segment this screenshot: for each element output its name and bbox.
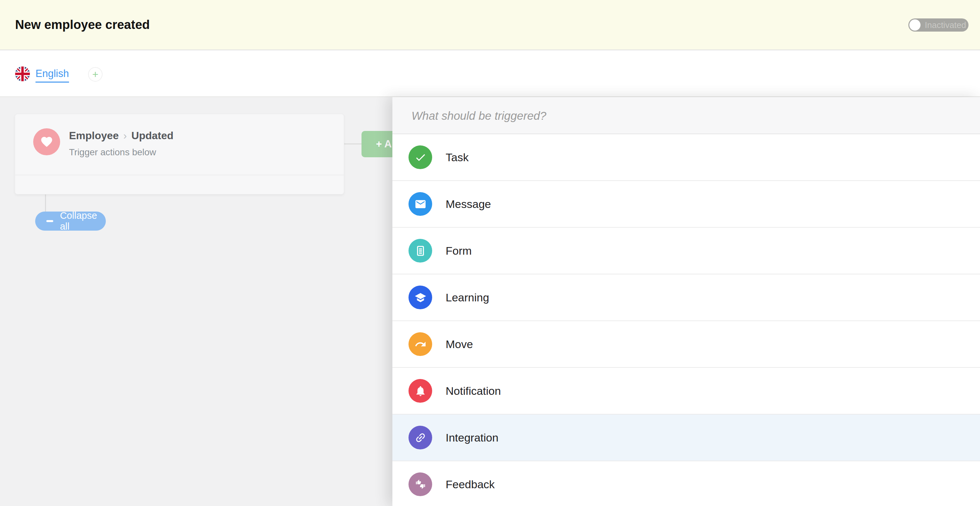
minus-icon bbox=[46, 220, 53, 222]
collapse-all-button[interactable]: Collapse all bbox=[35, 212, 106, 231]
trigger-event: Updated bbox=[132, 129, 173, 142]
document-lines-icon bbox=[409, 239, 432, 263]
trigger-subtitle: Trigger actions below bbox=[69, 147, 173, 158]
trigger-card-main: Employee›Updated Trigger actions below bbox=[15, 114, 344, 175]
trigger-option-learning[interactable]: Learning bbox=[392, 275, 980, 321]
breadcrumb: Employee›Updated bbox=[69, 129, 173, 142]
language-tab-english[interactable]: English bbox=[35, 68, 69, 83]
add-language-button[interactable]: + bbox=[88, 67, 103, 81]
toggle-knob[interactable] bbox=[909, 19, 921, 30]
trigger-option-integration[interactable]: Integration bbox=[392, 415, 980, 461]
trigger-card-footer bbox=[15, 175, 344, 194]
panel-question: What should be triggered? bbox=[392, 97, 980, 134]
trigger-option-label: Feedback bbox=[445, 461, 495, 506]
trigger-option-label: Task bbox=[445, 134, 469, 180]
language-bar: English + bbox=[0, 51, 980, 97]
bell-icon bbox=[409, 379, 432, 403]
trigger-option-label: Message bbox=[445, 181, 491, 227]
thumbs-icon bbox=[409, 472, 432, 496]
top-bar: New employee created Inactivated bbox=[0, 0, 980, 50]
panel-header: What should be triggered? bbox=[392, 97, 980, 134]
graduation-cap-icon bbox=[409, 286, 432, 309]
collapse-all-label: Collapse all bbox=[60, 210, 106, 232]
trigger-card[interactable]: Employee›Updated Trigger actions below bbox=[15, 114, 344, 195]
uk-flag-icon[interactable] bbox=[15, 67, 30, 81]
chevron-right-icon: › bbox=[123, 129, 127, 142]
trigger-option-label: Integration bbox=[445, 415, 498, 461]
trigger-option-task[interactable]: Task bbox=[392, 134, 980, 181]
trigger-option-label: Learning bbox=[445, 275, 489, 321]
plus-icon: + bbox=[92, 69, 99, 80]
inactivated-toggle[interactable]: Inactivated bbox=[908, 18, 969, 32]
chain-link-icon bbox=[409, 426, 432, 449]
trigger-option-label: Notification bbox=[445, 368, 501, 414]
connector-line-vertical bbox=[45, 195, 46, 212]
trigger-option-notification[interactable]: Notification bbox=[392, 368, 980, 415]
checkmark-icon bbox=[409, 145, 432, 169]
connector-line-horizontal bbox=[344, 144, 361, 144]
trigger-entity: Employee bbox=[69, 129, 119, 142]
trigger-option-feedback[interactable]: Feedback bbox=[392, 461, 980, 506]
page-title: New employee created bbox=[15, 0, 150, 49]
toggle-label: Inactivated bbox=[925, 18, 966, 32]
heart-icon bbox=[33, 128, 60, 155]
envelope-icon bbox=[409, 192, 432, 216]
trigger-option-label: Form bbox=[445, 228, 472, 274]
trigger-option-move[interactable]: Move bbox=[392, 321, 980, 368]
trigger-option-label: Move bbox=[445, 321, 473, 367]
curved-arrow-icon bbox=[409, 332, 432, 356]
trigger-option-form[interactable]: Form bbox=[392, 228, 980, 275]
trigger-option-message[interactable]: Message bbox=[392, 181, 980, 228]
trigger-picker-panel: What should be triggered? Task Message F… bbox=[392, 97, 980, 506]
